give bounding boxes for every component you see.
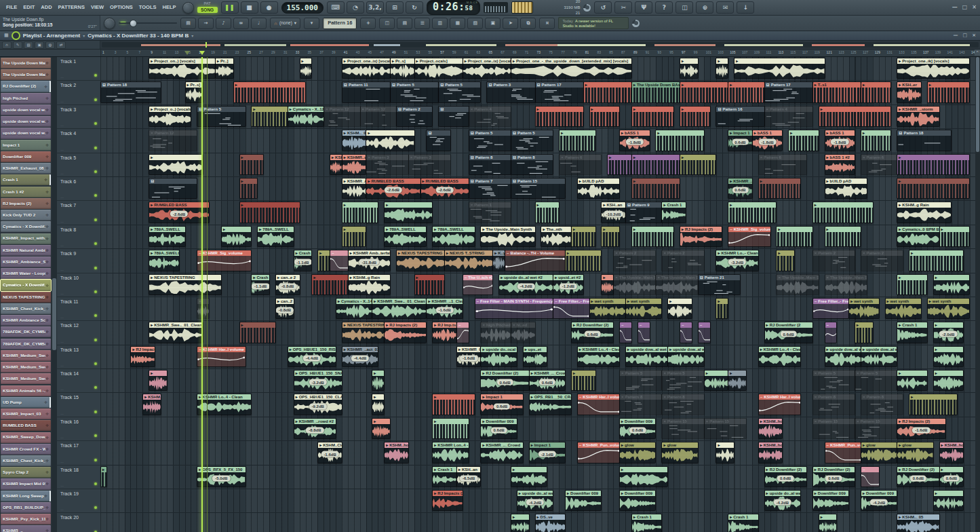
clip-header[interactable]: ▸ bbox=[149, 155, 203, 160]
clip-header[interactable]: ▸KSHMR_.._Crowd bbox=[530, 370, 565, 376]
clip-body[interactable] bbox=[524, 352, 547, 366]
track-header[interactable]: Track 7… bbox=[57, 201, 100, 225]
clip-header[interactable]: ×Pattern 6 bbox=[759, 155, 806, 160]
clip-header[interactable]: ⊟Pattern 11 bbox=[342, 82, 390, 88]
clip-body[interactable] bbox=[487, 88, 534, 102]
slider-thumb[interactable] bbox=[130, 20, 137, 27]
clip-header[interactable]: ▸RJ Downlifter (2) bbox=[765, 467, 806, 472]
clip-body[interactable] bbox=[705, 424, 746, 438]
clip[interactable]: ~KSHMR Har..l volume bbox=[758, 394, 801, 415]
clip[interactable]: ▸Downlifter 0090.6dB bbox=[619, 418, 656, 439]
picker-item[interactable]: KSHMR Crowd FX - W..✛ bbox=[1, 444, 51, 455]
piano-roll-icon[interactable]: ▧ bbox=[467, 18, 483, 29]
clip[interactable]: ▸789A..SWELL bbox=[257, 226, 294, 247]
clip-body[interactable] bbox=[288, 112, 324, 126]
clip[interactable]: ▸RJ Downlifter (2)0.6dB bbox=[812, 466, 855, 487]
track-options[interactable]: … bbox=[60, 100, 64, 103]
clip-header[interactable]: ~Free Filter - MAIN SYNTH - Frequency bbox=[475, 299, 553, 304]
stop-button[interactable]: ■ bbox=[241, 1, 258, 14]
clip-body[interactable] bbox=[409, 160, 450, 174]
clip-body[interactable] bbox=[511, 136, 553, 150]
clip[interactable]: ▸Impact 10.6dB bbox=[728, 130, 753, 151]
track-header[interactable]: Track 2… bbox=[57, 81, 100, 104]
clip[interactable]: ▸ bbox=[631, 226, 674, 247]
clip-body[interactable] bbox=[728, 376, 746, 390]
clip[interactable]: ▸ bbox=[311, 274, 348, 295]
clip-body[interactable] bbox=[728, 88, 764, 102]
clip-body[interactable] bbox=[149, 232, 184, 246]
clip-header[interactable]: ▸upsid..et #2 bbox=[553, 275, 583, 280]
clip-header[interactable]: ×Pattern 5 bbox=[662, 370, 703, 376]
clip-header[interactable]: ⊟Pattern 5 bbox=[469, 130, 511, 136]
clip[interactable]: ▸Project..ocals] bbox=[414, 58, 463, 79]
clip-header[interactable]: ▸wet synth bbox=[590, 299, 625, 304]
clip-header[interactable]: ▸ bbox=[240, 322, 275, 328]
clip-header[interactable]: ▸upside dow..al wet #3 bbox=[825, 347, 861, 352]
clip-body[interactable] bbox=[728, 232, 770, 246]
track-mute-led[interactable] bbox=[94, 147, 97, 149]
clip-body[interactable] bbox=[861, 448, 897, 462]
clip-header[interactable]: ⊟ bbox=[439, 107, 468, 112]
clip[interactable]: ▸The Upside..Main Synth bbox=[480, 226, 535, 247]
clip-header[interactable]: ▸ bbox=[433, 419, 468, 424]
undo-icon[interactable]: ↺ bbox=[594, 1, 612, 14]
clip[interactable]: ⊟Pattern 7 bbox=[469, 178, 511, 199]
clip-header[interactable]: ▸Impact 1 bbox=[481, 394, 522, 400]
clip[interactable]: ▸Impact 10.6dB bbox=[480, 394, 523, 415]
step-edit-icon[interactable]: → bbox=[198, 18, 214, 29]
clip[interactable]: ▸ bbox=[716, 298, 728, 319]
clip-body[interactable] bbox=[397, 112, 432, 126]
clip-body[interactable] bbox=[662, 448, 697, 462]
clip-body[interactable] bbox=[897, 448, 933, 462]
clip-header[interactable]: ▸K..y bbox=[493, 250, 505, 256]
clip-header[interactable]: ▸KSH..an bbox=[457, 467, 481, 472]
clip[interactable]: ▸KSHM..hoa bbox=[758, 442, 783, 463]
clip-body[interactable] bbox=[620, 496, 655, 510]
clip[interactable]: ▸Project_one..ix) [vocals] bbox=[342, 58, 391, 79]
clip[interactable]: ~KSHMR Har..l volume bbox=[197, 346, 246, 367]
clip-body[interactable] bbox=[934, 496, 963, 510]
clip[interactable]: ▸ bbox=[933, 346, 964, 367]
clip-body[interactable] bbox=[897, 136, 951, 150]
clip[interactable]: ▸KSHMR Lo..4 - Clean bbox=[758, 346, 801, 367]
track-mute-led[interactable] bbox=[94, 290, 97, 293]
track-mute-led[interactable] bbox=[94, 218, 97, 221]
timeline-ruler[interactable]: 1357911131517192123252729313335373941434… bbox=[101, 50, 976, 56]
picker-item[interactable]: KSHMR_Impact_03✛ bbox=[1, 408, 51, 419]
clip-body[interactable] bbox=[372, 424, 390, 438]
track-header[interactable]: Track 12… bbox=[57, 321, 100, 345]
clip[interactable]: ▸ bbox=[788, 130, 819, 151]
picker-item[interactable]: KSHMR_Medium_Swe..✛ bbox=[1, 373, 51, 384]
clip[interactable]: ▸KSHM..hoa bbox=[384, 442, 409, 463]
clip[interactable]: ▸ bbox=[704, 370, 729, 391]
track-mute-led[interactable] bbox=[94, 74, 97, 77]
clip[interactable]: ▸ bbox=[655, 130, 704, 151]
clip-body[interactable] bbox=[825, 328, 837, 342]
clip-header[interactable]: ▸NEXUS TAPESTRING bbox=[397, 250, 444, 256]
clip-body[interactable] bbox=[608, 160, 631, 174]
clip-header[interactable]: ▸Crash 1 bbox=[252, 275, 269, 280]
menu-item-help[interactable]: HELP bbox=[160, 2, 179, 13]
clip-header[interactable]: ▸ bbox=[934, 370, 963, 376]
clip-body[interactable] bbox=[336, 304, 372, 318]
clip[interactable]: ▸KSHM..Clean-1.6dB bbox=[317, 442, 342, 463]
maximize-button[interactable]: □ bbox=[962, 5, 968, 10]
clip-body[interactable] bbox=[813, 400, 855, 414]
clip-header[interactable]: ⊟Pattern 8 bbox=[511, 155, 553, 160]
move-handle-icon[interactable]: ✛ bbox=[45, 225, 49, 229]
move-handle-icon[interactable]: ✛ bbox=[44, 494, 47, 498]
picker-scrollbar[interactable] bbox=[52, 57, 57, 532]
clip-header[interactable]: ⊟Pattern 2 bbox=[397, 107, 432, 112]
clip[interactable]: ▸KSHM.._05 bbox=[897, 514, 939, 532]
clip-header[interactable]: ⊟Pattern 17 bbox=[765, 82, 812, 88]
clip-header[interactable]: ▸Crash 1 bbox=[294, 250, 312, 256]
picker-item[interactable]: KSHMR_Psy_Kick_11..✛ bbox=[1, 514, 51, 525]
clip[interactable]: ▸ bbox=[776, 226, 812, 247]
clip-body[interactable] bbox=[777, 232, 812, 246]
clip-body[interactable] bbox=[469, 136, 511, 150]
clip-body[interactable] bbox=[632, 160, 680, 174]
clip-header[interactable]: ⊟Pattern 9 bbox=[626, 202, 661, 208]
clip-body[interactable] bbox=[197, 304, 209, 318]
clip[interactable]: ▸ bbox=[300, 58, 313, 79]
clip[interactable]: ▸KSHMR_..Crowd0.6dB bbox=[728, 178, 753, 199]
